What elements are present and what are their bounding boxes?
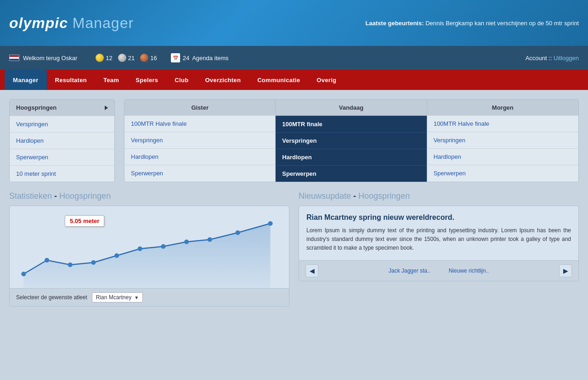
news-box: Rian Mcartney spring nieuw wereldrecord.… — [299, 206, 579, 281]
schedule-header-vandaag: Vandaag — [276, 100, 427, 116]
schedule-cell[interactable]: Sperwerpen — [427, 165, 578, 181]
bronze-coin-icon — [140, 54, 148, 62]
news-prev-label: Jack Jagger sta.. — [389, 268, 430, 274]
flag-icon — [9, 55, 19, 61]
schedule-cell[interactable]: Hardlopen — [124, 148, 275, 165]
news-next-button[interactable]: ▶ — [559, 264, 572, 277]
chart-svg — [10, 214, 289, 288]
header-news: Laatste gebeurtenis: Dennis Bergkamp kan… — [365, 20, 579, 27]
news-next-label: Nieuwe richtlijn.. — [449, 268, 489, 274]
nav-resultaten[interactable]: Resultaten — [47, 70, 95, 90]
schedule-cell[interactable]: Hardlopen — [276, 149, 426, 165]
event-list-header: Hoogspringen — [10, 100, 114, 116]
schedule-cell[interactable]: Sperwerpen — [276, 165, 426, 182]
calendar-icon: 📅 — [171, 53, 180, 62]
news-nav-items: Jack Jagger sta.. Nieuwe richtlijn.. — [389, 268, 489, 274]
gold-coin-icon — [96, 54, 104, 62]
coin-silver: 21 — [118, 54, 135, 62]
news-article-body: Lorem Ipsum is simply dummy text of the … — [306, 226, 571, 253]
logo-manager: Manager — [73, 15, 134, 31]
coin-gold: 12 — [96, 54, 112, 62]
topbar-coins: 12 21 16 — [96, 54, 157, 62]
event-list: Hoogspringen Verspringen Hardlopen Sperw… — [9, 99, 115, 182]
news-label: Laatste gebeurtenis: — [365, 20, 424, 27]
bottom-section: Statistieken - Hoogspringen 5.05 meter — [9, 191, 579, 307]
schedule-grid: Gister Vandaag Morgen 100MTR Halve final… — [124, 99, 579, 182]
news-title: Nieuwsupdate - Hoogspringen — [299, 191, 579, 201]
news-text: Dennis Bergkamp kan niet verschijnen op … — [425, 20, 579, 27]
nav-overig[interactable]: Overig — [308, 70, 345, 90]
dropdown-arrow-icon: ▼ — [134, 295, 139, 300]
nav-spelers[interactable]: Spelers — [127, 70, 166, 90]
schedule-header-morgen: Morgen — [427, 100, 578, 116]
athlete-name: Rian Mcartney — [96, 294, 131, 301]
stats-panel: Statistieken - Hoogspringen 5.05 meter — [9, 191, 289, 307]
header: olympic Manager Laatste gebeurtenis: Den… — [0, 0, 588, 46]
schedule-cell[interactable]: 100MTR Halve finale — [427, 116, 578, 132]
stats-title: Statistieken - Hoogspringen — [9, 191, 289, 201]
svg-point-3 — [68, 263, 73, 267]
schedule-cell[interactable]: Sperwerpen — [124, 165, 275, 181]
nav-communicatie[interactable]: Communicatie — [249, 70, 308, 90]
svg-point-9 — [208, 237, 212, 242]
top-section: Hoogspringen Verspringen Hardlopen Sperw… — [9, 99, 579, 182]
schedule-cell[interactable]: 100MTR Halve finale — [124, 116, 275, 132]
topbar-agenda: 📅 24 Agenda items — [171, 53, 229, 62]
event-hardlopen[interactable]: Hardlopen — [10, 132, 114, 149]
logo: olympic Manager — [9, 15, 134, 32]
schedule-cell[interactable]: 100MTR finale — [276, 116, 426, 132]
chart-select-bar: Selecteer de gewenste atleet Rian Mcartn… — [10, 288, 289, 306]
nav-overzichten[interactable]: Overzichten — [197, 70, 249, 90]
svg-point-2 — [45, 258, 49, 263]
schedule-body: 100MTR Halve finale Verspringen Hardlope… — [124, 116, 578, 182]
schedule-header-gister: Gister — [124, 100, 276, 116]
svg-marker-0 — [23, 224, 270, 288]
topbar-welcome: Welkom terug Oskar — [9, 55, 77, 61]
main-nav: Manager Resultaten Team Spelers Club Ove… — [0, 70, 588, 90]
svg-point-1 — [21, 272, 26, 276]
coin-bronze: 16 — [140, 54, 157, 62]
content-area: Hoogspringen Verspringen Hardlopen Sperw… — [0, 90, 588, 316]
svg-point-8 — [184, 240, 189, 244]
svg-point-11 — [268, 221, 272, 226]
logout-link[interactable]: Uitloggen — [554, 55, 579, 61]
schedule-col-vandaag: 100MTR finale Verspringen Hardlopen Sper… — [276, 116, 427, 182]
nav-club[interactable]: Club — [166, 70, 197, 90]
chart-container: 5.05 meter — [9, 206, 289, 307]
topbar: Welkom terug Oskar 12 21 16 📅 24 Agenda … — [0, 46, 588, 70]
athlete-select[interactable]: Rian Mcartney ▼ — [92, 292, 143, 302]
schedule-cell[interactable]: Verspringen — [427, 132, 578, 148]
logo-olympic: olympic — [9, 15, 68, 31]
news-prev-button[interactable]: ◀ — [305, 264, 318, 277]
silver-coin-icon — [118, 54, 126, 62]
news-article: Rian Mcartney spring nieuw wereldrecord.… — [299, 206, 578, 260]
svg-point-7 — [161, 244, 165, 249]
news-article-title: Rian Mcartney spring nieuw wereldrecord. — [306, 213, 571, 222]
svg-point-6 — [138, 246, 142, 251]
news-panel: Nieuwsupdate - Hoogspringen Rian Mcartne… — [299, 191, 579, 307]
arrow-right-icon — [105, 106, 108, 110]
svg-point-10 — [235, 230, 240, 235]
nav-team[interactable]: Team — [95, 70, 127, 90]
nav-manager[interactable]: Manager — [5, 70, 47, 90]
event-verspringen[interactable]: Verspringen — [10, 116, 114, 132]
schedule-col-gister: 100MTR Halve finale Verspringen Hardlope… — [124, 116, 276, 182]
schedule-header: Gister Vandaag Morgen — [124, 100, 578, 116]
svg-point-4 — [91, 260, 96, 265]
schedule-cell[interactable]: Verspringen — [276, 132, 426, 149]
event-sperwerpen[interactable]: Sperwerpen — [10, 149, 114, 165]
topbar-account: Account :: Uitloggen — [526, 55, 579, 61]
schedule-col-morgen: 100MTR Halve finale Verspringen Hardlope… — [427, 116, 578, 182]
welcome-text: Welkom terug Oskar — [23, 55, 77, 61]
select-label: Selecteer de gewenste atleet — [16, 294, 87, 301]
schedule-cell[interactable]: Hardlopen — [427, 148, 578, 165]
news-nav: ◀ Jack Jagger sta.. Nieuwe richtlijn.. ▶ — [299, 260, 578, 281]
event-list-title: Hoogspringen — [16, 104, 57, 111]
svg-point-5 — [114, 253, 119, 258]
event-10m-sprint[interactable]: 10 meter sprint — [10, 165, 114, 182]
schedule-cell[interactable]: Verspringen — [124, 132, 275, 148]
